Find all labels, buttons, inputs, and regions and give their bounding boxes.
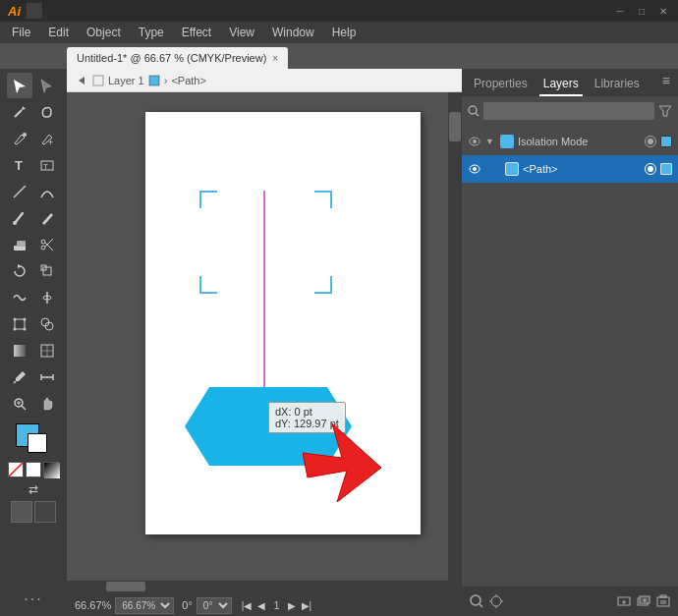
direct-select-tool[interactable] (34, 73, 60, 98)
restore-btn[interactable]: □ (635, 4, 649, 18)
svg-line-54 (480, 604, 482, 607)
mesh-tool[interactable] (34, 338, 60, 364)
tab-close-btn[interactable]: × (272, 53, 278, 64)
layer-search-input[interactable] (483, 102, 654, 120)
type-tool[interactable]: T (7, 152, 32, 178)
area-type-tool[interactable]: T (34, 152, 60, 178)
menu-edit[interactable]: Edit (40, 24, 77, 41)
selection-handles (199, 191, 332, 294)
rotation-dropdown[interactable]: 0° (197, 597, 232, 614)
right-panel: Properties Layers Libraries ≡ ▼ Isolatio… (462, 69, 678, 616)
width-tool[interactable] (34, 285, 60, 310)
close-btn[interactable]: ✕ (656, 4, 670, 18)
svg-point-22 (14, 318, 17, 321)
menu-effect[interactable]: Effect (174, 24, 219, 41)
document-canvas[interactable]: × dX: 0 pt dY: 129.97 pt (145, 112, 421, 534)
magic-wand-tool[interactable] (7, 99, 32, 125)
rotation-control[interactable]: 0° 0° (182, 597, 232, 614)
tab-layers[interactable]: Layers (539, 73, 583, 96)
svg-line-15 (45, 239, 53, 247)
line-tool[interactable] (7, 179, 32, 204)
add-anchor-tool[interactable]: + (34, 126, 60, 151)
none-color[interactable] (8, 462, 24, 477)
tab-properties[interactable]: Properties (470, 73, 532, 96)
menu-view[interactable]: View (221, 24, 262, 41)
canvas-wrapper[interactable]: × dX: 0 pt dY: 129.97 pt (67, 92, 462, 594)
delete-layer-icon[interactable] (656, 594, 670, 608)
menu-window[interactable]: Window (264, 24, 322, 41)
pen-tool[interactable] (7, 126, 32, 151)
lasso-tool[interactable] (34, 99, 60, 125)
select-tool[interactable] (7, 73, 32, 98)
brush-tool[interactable] (7, 205, 32, 231)
gradient-tool[interactable] (7, 338, 32, 364)
svg-point-3 (23, 133, 27, 137)
locate-object-icon[interactable] (489, 594, 503, 608)
layer-options-2[interactable] (660, 163, 672, 175)
color-mode-2[interactable] (43, 462, 59, 477)
measure-tool[interactable] (34, 364, 60, 390)
canvas-area: Layer 1 › <Path> × (67, 69, 462, 616)
first-page-btn[interactable]: |◀ (240, 600, 254, 611)
zoom-tool[interactable] (7, 391, 32, 417)
menu-object[interactable]: Object (79, 24, 129, 41)
free-transform-tool[interactable] (7, 311, 32, 337)
visibility-toggle-2[interactable] (468, 162, 481, 176)
minimize-btn[interactable]: ─ (613, 4, 627, 18)
svg-rect-44 (149, 76, 159, 85)
horizontal-scrollbar[interactable] (67, 581, 448, 594)
tab-bar: Untitled-1* @ 66.67 % (CMYK/Preview) × (0, 43, 678, 69)
menu-file[interactable]: File (4, 24, 38, 41)
pencil-tool[interactable] (34, 205, 60, 231)
more-tools-btn[interactable]: ··· (24, 590, 42, 608)
layer-path[interactable]: <Path> (462, 155, 678, 183)
layer-options-1[interactable] (660, 136, 672, 147)
svg-point-25 (24, 328, 27, 331)
svg-rect-17 (43, 267, 51, 275)
zoom-control[interactable]: 66.67% 66.67% 100% 50% (75, 597, 174, 614)
layer-target-2[interactable] (645, 163, 656, 175)
search-icon (468, 105, 480, 117)
hand-tool[interactable] (34, 391, 60, 417)
panel-bottom-toolbar (462, 587, 678, 616)
stroke-color[interactable] (28, 433, 47, 453)
color-mode-1[interactable] (26, 462, 41, 477)
breadcrumb-back-icon[interactable] (75, 74, 88, 87)
find-layers-icon[interactable] (470, 594, 483, 608)
shape-builder-tool[interactable] (34, 311, 60, 337)
breadcrumb-layer: Layer 1 (108, 75, 144, 86)
screen-mode-btn[interactable] (34, 501, 56, 523)
rotate-tool[interactable] (7, 258, 32, 284)
new-sublayer-icon[interactable] (617, 594, 631, 608)
svg-rect-41 (44, 463, 60, 478)
swap-colors-btn[interactable]: ⇄ (27, 482, 40, 496)
menu-type[interactable]: Type (131, 24, 172, 41)
svg-point-46 (469, 106, 477, 114)
warp-tool[interactable] (7, 285, 32, 310)
arc-tool[interactable] (34, 179, 60, 204)
zoom-dropdown[interactable]: 66.67% 100% 50% (115, 597, 174, 614)
last-page-btn[interactable]: ▶| (300, 600, 314, 611)
menu-help[interactable]: Help (324, 24, 365, 41)
scissors-tool[interactable] (34, 232, 60, 257)
prev-page-btn[interactable]: ◀ (255, 600, 267, 611)
eraser-tool[interactable] (7, 232, 32, 257)
vertical-scrollbar[interactable] (448, 92, 462, 581)
svg-rect-11 (17, 241, 26, 247)
new-layer-icon[interactable] (637, 594, 650, 608)
layer-expand-icon[interactable]: ▼ (485, 137, 494, 146)
document-tab[interactable]: Untitled-1* @ 66.67 % (CMYK/Preview) × (67, 47, 288, 69)
scale-tool[interactable] (34, 258, 60, 284)
tab-libraries[interactable]: Libraries (591, 73, 644, 96)
svg-point-53 (471, 595, 480, 605)
eyedropper-tool[interactable] (7, 364, 32, 390)
page-navigation: |◀ ◀ 1 ▶ ▶| (240, 599, 313, 611)
breadcrumb: Layer 1 › <Path> (67, 69, 462, 92)
panel-menu-btn[interactable]: ≡ (662, 73, 670, 88)
layer-target-1[interactable] (645, 136, 656, 147)
next-page-btn[interactable]: ▶ (286, 600, 298, 611)
layer-isolation-mode[interactable]: ▼ Isolation Mode (462, 128, 678, 155)
filter-icon[interactable] (658, 104, 672, 118)
drawing-mode-btn[interactable] (11, 501, 32, 523)
visibility-toggle-1[interactable] (468, 135, 481, 148)
